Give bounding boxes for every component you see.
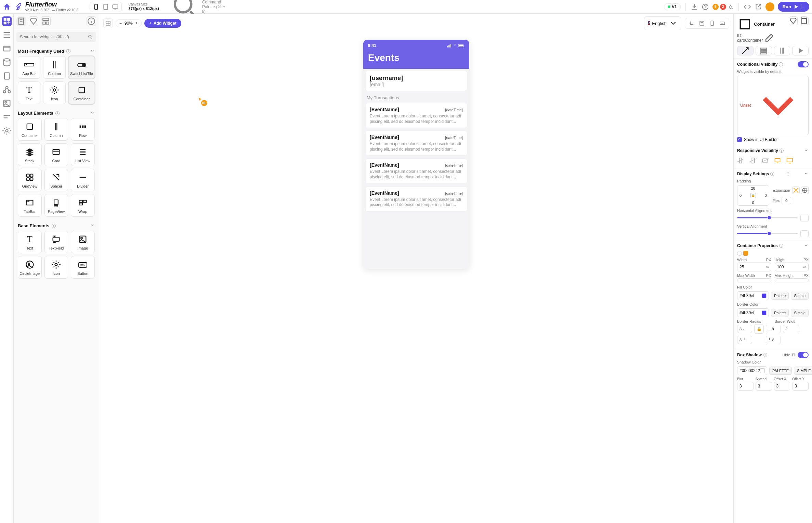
widget-image[interactable]: Image bbox=[71, 231, 95, 253]
chevron-down-icon[interactable] bbox=[804, 148, 809, 154]
widget-wrap[interactable]: Wrap bbox=[71, 194, 95, 217]
diamond-icon[interactable] bbox=[789, 16, 798, 25]
shadow-color-input[interactable]: #00000242 bbox=[737, 366, 767, 375]
lock-icon[interactable]: 🔒 bbox=[750, 193, 756, 198]
info-icon[interactable] bbox=[87, 16, 96, 26]
resp-desktop-small-icon[interactable] bbox=[774, 157, 781, 164]
zoom-out-icon[interactable]: − bbox=[119, 21, 122, 26]
add-widget-button[interactable]: + Add Widget bbox=[144, 19, 181, 28]
component-icon[interactable] bbox=[800, 16, 809, 25]
expand-all-icon[interactable] bbox=[801, 187, 809, 194]
resp-desktop-large-icon[interactable] bbox=[786, 157, 793, 164]
widget-pageview[interactable]: PageView bbox=[44, 194, 68, 217]
tablet-icon[interactable] bbox=[102, 3, 109, 10]
flex-input[interactable] bbox=[782, 197, 791, 204]
widget-container2[interactable]: Container bbox=[18, 118, 42, 141]
widget-appbar[interactable]: App Bar bbox=[18, 56, 40, 79]
save-icon[interactable] bbox=[699, 20, 705, 26]
palette-button[interactable]: Palette bbox=[771, 292, 789, 300]
shape-circle-button[interactable] bbox=[737, 251, 742, 256]
widget-text[interactable]: TText bbox=[18, 81, 40, 104]
device-preview[interactable]: 9:41 Events [username] [email] My Transa… bbox=[363, 40, 469, 269]
warning-badge[interactable]: 5 bbox=[712, 4, 719, 10]
rail-settings[interactable] bbox=[2, 126, 12, 136]
code-icon[interactable] bbox=[744, 3, 751, 11]
rail-database[interactable] bbox=[2, 58, 12, 67]
chevron-down-icon[interactable] bbox=[804, 243, 809, 249]
tab-animations[interactable] bbox=[792, 46, 809, 55]
radius-bl-input[interactable]: 8└ bbox=[737, 336, 752, 344]
rail-api[interactable] bbox=[2, 85, 12, 94]
tab-actions[interactable] bbox=[756, 46, 772, 55]
condition-select[interactable]: Unset bbox=[737, 76, 809, 135]
phone-icon[interactable] bbox=[93, 3, 100, 10]
run-button[interactable]: Run bbox=[778, 2, 809, 12]
widget-column2[interactable]: Column bbox=[44, 118, 68, 141]
palette-button[interactable]: Palette bbox=[771, 309, 789, 317]
widget-listview[interactable]: List View bbox=[71, 143, 95, 166]
widget-text2[interactable]: TText bbox=[18, 231, 42, 253]
blur-input[interactable]: 3 bbox=[737, 382, 754, 391]
keyboard-icon[interactable] bbox=[719, 20, 725, 26]
moon-icon[interactable] bbox=[689, 20, 695, 26]
notification-badges[interactable]: 5 2 bbox=[712, 4, 734, 10]
rail-page[interactable] bbox=[2, 71, 12, 81]
rail-functions[interactable] bbox=[2, 112, 12, 122]
offset-x-input[interactable]: 3 bbox=[774, 382, 790, 391]
rail-storyboard[interactable] bbox=[2, 44, 12, 53]
more-icon[interactable]: ⋮ bbox=[786, 171, 790, 176]
radius-tl-input[interactable]: 8⌐ bbox=[737, 325, 752, 333]
version-selector[interactable]: V1 bbox=[664, 3, 681, 10]
resp-mobile-icon[interactable] bbox=[737, 157, 744, 164]
widget-circleimage[interactable]: CircleImage bbox=[18, 256, 42, 279]
h-align-slider[interactable] bbox=[737, 215, 809, 221]
shape-rect-button[interactable] bbox=[743, 251, 748, 256]
language-selector[interactable]: English bbox=[644, 16, 681, 30]
chevron-down-icon[interactable] bbox=[804, 171, 809, 177]
event-card[interactable]: [EventName][dateTime] Event Lorem ipsum … bbox=[365, 103, 467, 128]
tab-backend[interactable] bbox=[774, 46, 790, 55]
radius-br-input[interactable]: ┘8 bbox=[766, 336, 781, 344]
section-base[interactable]: Base Elements i bbox=[18, 221, 95, 231]
bug-icon[interactable] bbox=[728, 4, 734, 10]
desktop-icon[interactable] bbox=[112, 3, 119, 10]
fill-color-input[interactable]: #4b39ef bbox=[737, 291, 769, 300]
open-external-icon[interactable] bbox=[755, 3, 762, 11]
expand-horizontal-icon[interactable] bbox=[792, 187, 800, 194]
widget-column[interactable]: Column bbox=[43, 56, 66, 79]
widget-icon[interactable]: Icon bbox=[43, 81, 66, 104]
event-card[interactable]: [EventName][dateTime] Event Lorem ipsum … bbox=[365, 187, 467, 212]
diamond-icon[interactable] bbox=[29, 16, 38, 26]
help-icon[interactable] bbox=[702, 3, 709, 11]
rail-media[interactable] bbox=[2, 99, 12, 108]
widget-button[interactable]: BTNButton bbox=[71, 256, 95, 279]
zoom-control[interactable]: − 90% + bbox=[116, 19, 142, 27]
doc-icon[interactable] bbox=[16, 16, 26, 26]
avatar[interactable] bbox=[765, 2, 774, 11]
download-icon[interactable] bbox=[691, 3, 698, 11]
tab-properties[interactable] bbox=[737, 46, 754, 55]
v-align-slider[interactable] bbox=[737, 230, 809, 237]
zoom-in-icon[interactable]: + bbox=[135, 21, 138, 26]
template-icon[interactable] bbox=[41, 16, 51, 26]
spread-input[interactable]: 3 bbox=[756, 382, 772, 391]
widget-stack[interactable]: Stack bbox=[18, 143, 42, 166]
simple-button[interactable]: SIMPLE bbox=[794, 367, 812, 375]
max-width-input[interactable] bbox=[737, 278, 771, 282]
event-card[interactable]: [EventName][dateTime] Event Lorem ipsum … bbox=[365, 131, 467, 156]
height-input[interactable]: 100∞ bbox=[775, 263, 809, 271]
resp-tablet-landscape-icon[interactable] bbox=[762, 157, 769, 164]
home-icon[interactable] bbox=[3, 3, 11, 11]
offset-y-input[interactable]: 3 bbox=[792, 382, 809, 391]
conditional-visibility-toggle[interactable] bbox=[798, 61, 809, 67]
event-card[interactable]: [EventName][dateTime] Event Lorem ipsum … bbox=[365, 158, 467, 183]
error-badge[interactable]: 2 bbox=[720, 4, 726, 10]
width-input[interactable]: 25∞ bbox=[737, 263, 771, 271]
rail-widgets[interactable] bbox=[2, 16, 12, 26]
box-shadow-toggle[interactable] bbox=[798, 352, 809, 358]
widget-search-input[interactable] bbox=[16, 32, 96, 42]
widget-row[interactable]: Row bbox=[71, 118, 95, 141]
show-in-builder-checkbox[interactable]: Show in UI Builder bbox=[737, 137, 809, 142]
lock-icon[interactable]: 🔒 bbox=[754, 324, 764, 334]
widget-container[interactable]: Container bbox=[68, 81, 95, 104]
